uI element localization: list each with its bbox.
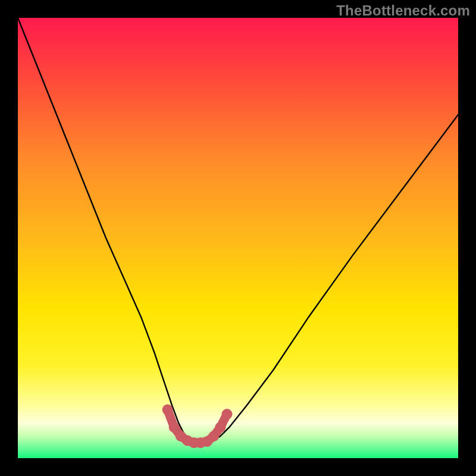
valley-dot	[169, 422, 180, 433]
valley-dot	[208, 431, 219, 441]
chart-frame: TheBottleneck.com	[0, 0, 476, 476]
valley-dot	[162, 405, 173, 415]
valley-dot	[215, 422, 226, 433]
plot-area	[18, 18, 458, 458]
watermark-text: TheBottleneck.com	[336, 2, 470, 19]
chart-svg	[18, 18, 458, 458]
gradient-bg	[18, 18, 458, 458]
valley-dot	[222, 409, 233, 419]
